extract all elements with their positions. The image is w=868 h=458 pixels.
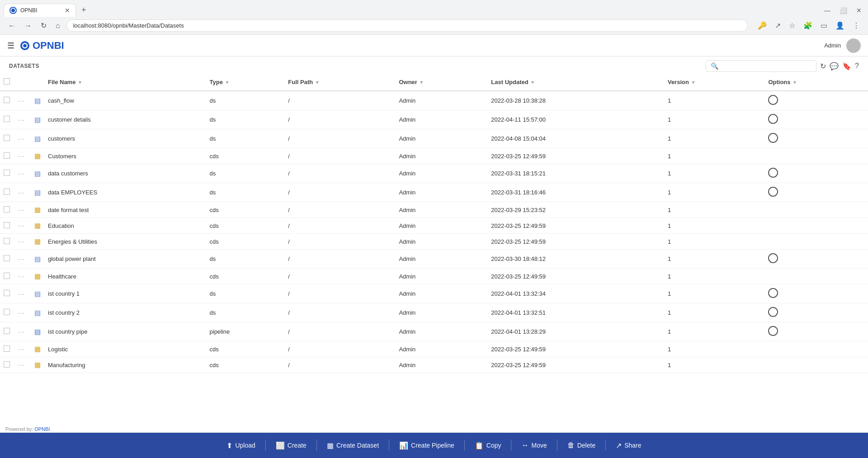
refresh-icon[interactable]: ↻ <box>820 62 826 71</box>
row-checkbox[interactable] <box>4 309 10 315</box>
row-dots-menu[interactable]: ··· <box>18 189 25 196</box>
row-dots-menu[interactable]: ··· <box>18 273 25 280</box>
row-dots-menu[interactable]: ··· <box>18 238 25 245</box>
row-options[interactable] <box>764 183 868 202</box>
row-dots-menu[interactable]: ··· <box>18 222 25 229</box>
share-button[interactable]: ↗ Share <box>609 439 647 453</box>
row-options[interactable] <box>764 91 868 110</box>
row-filename[interactable]: date format test <box>44 202 206 218</box>
row-checkbox[interactable] <box>4 255 10 261</box>
row-filename[interactable]: global power plant <box>44 250 206 269</box>
filter-icon-type[interactable]: ▼ <box>225 80 230 85</box>
options-circle-button[interactable] <box>768 133 778 143</box>
create-dataset-button[interactable]: ▦ Create Dataset <box>321 439 385 453</box>
row-options[interactable] <box>764 303 868 322</box>
row-options[interactable] <box>764 269 868 284</box>
row-dots-menu[interactable]: ··· <box>18 345 25 353</box>
options-circle-button[interactable] <box>768 288 778 298</box>
filter-icon-path[interactable]: ▼ <box>315 80 320 85</box>
row-filename[interactable]: customers <box>44 129 206 148</box>
reload-button[interactable]: ↻ <box>38 19 49 32</box>
menu-icon[interactable]: ⋮ <box>850 19 863 32</box>
row-filename[interactable]: ist country 1 <box>44 284 206 303</box>
footer-link[interactable]: OPNBI <box>34 426 50 432</box>
header-version[interactable]: Version ▼ <box>664 74 764 91</box>
row-options[interactable] <box>764 250 868 269</box>
row-options[interactable] <box>764 218 868 234</box>
star-icon[interactable]: ☆ <box>786 19 798 32</box>
home-button[interactable]: ⌂ <box>53 20 63 32</box>
row-checkbox[interactable] <box>4 206 10 212</box>
row-dots-menu[interactable]: ··· <box>18 135 25 142</box>
row-dots-menu[interactable]: ··· <box>18 206 25 213</box>
header-type[interactable]: Type ▼ <box>206 74 285 91</box>
row-options[interactable] <box>764 164 868 183</box>
row-filename[interactable]: Energies & Utilities <box>44 234 206 250</box>
header-select-all[interactable] <box>0 74 14 91</box>
row-options[interactable] <box>764 234 868 250</box>
back-button[interactable]: ← <box>5 20 18 32</box>
filter-icon-filename[interactable]: ▼ <box>77 80 82 85</box>
share-icon[interactable]: ↗ <box>772 19 783 32</box>
row-options[interactable] <box>764 148 868 164</box>
url-box[interactable]: localhost:8080/opnbi/MasterData/Datasets <box>66 19 748 32</box>
key-icon[interactable]: 🔑 <box>755 19 769 32</box>
row-filename[interactable]: ist country pipe <box>44 322 206 341</box>
options-circle-button[interactable] <box>768 168 778 178</box>
row-options[interactable] <box>764 341 868 357</box>
row-filename[interactable]: Customers <box>44 148 206 164</box>
options-circle-button[interactable] <box>768 95 778 105</box>
maximize-button[interactable]: ⬜ <box>837 6 850 15</box>
row-filename[interactable]: data EMPLOYEES <box>44 183 206 202</box>
filter-icon-owner[interactable]: ▼ <box>419 80 424 85</box>
bookmark-icon[interactable]: 🔖 <box>842 62 851 71</box>
options-circle-button[interactable] <box>768 253 778 263</box>
row-options[interactable] <box>764 202 868 218</box>
new-tab-button[interactable]: + <box>78 4 90 17</box>
row-checkbox[interactable] <box>4 361 10 368</box>
comment-icon[interactable]: 💬 <box>830 62 839 71</box>
row-options[interactable] <box>764 284 868 303</box>
close-window-button[interactable]: ✕ <box>854 6 864 15</box>
header-options[interactable]: Options ▼ <box>764 74 868 91</box>
row-checkbox[interactable] <box>4 290 10 296</box>
row-filename[interactable]: Healthcare <box>44 269 206 284</box>
row-options[interactable] <box>764 322 868 341</box>
row-filename[interactable]: customer details <box>44 110 206 129</box>
sidebar-icon[interactable]: ▭ <box>818 19 830 32</box>
search-input[interactable] <box>721 63 811 70</box>
options-circle-button[interactable] <box>768 114 778 124</box>
profile-icon[interactable]: 👤 <box>833 19 847 32</box>
row-dots-menu[interactable]: ··· <box>18 97 25 104</box>
create-button[interactable]: ⬜ Create <box>269 439 313 453</box>
row-checkbox[interactable] <box>4 222 10 228</box>
row-filename[interactable]: cash_flow <box>44 91 206 110</box>
filter-icon-options[interactable]: ▼ <box>793 80 797 85</box>
minimize-button[interactable]: — <box>821 6 833 15</box>
help-icon[interactable]: ? <box>855 62 859 70</box>
header-owner[interactable]: Owner ▼ <box>395 74 487 91</box>
row-checkbox[interactable] <box>4 189 10 195</box>
row-filename[interactable]: ist country 2 <box>44 303 206 322</box>
row-checkbox[interactable] <box>4 238 10 244</box>
row-options[interactable] <box>764 129 868 148</box>
options-circle-button[interactable] <box>768 187 778 197</box>
filter-icon-updated[interactable]: ▼ <box>530 80 535 85</box>
avatar[interactable] <box>846 38 861 53</box>
row-filename[interactable]: data customers <box>44 164 206 183</box>
header-full-path[interactable]: Full Path ▼ <box>284 74 395 91</box>
move-button[interactable]: ↔ Move <box>515 439 553 452</box>
active-tab[interactable]: OPNBI ✕ <box>4 4 76 17</box>
search-box[interactable]: 🔍 <box>706 60 816 72</box>
options-circle-button[interactable] <box>768 326 778 336</box>
row-checkbox[interactable] <box>4 273 10 279</box>
select-all-checkbox[interactable] <box>4 78 10 85</box>
header-file-name[interactable]: File Name ▼ <box>44 74 206 91</box>
row-dots-menu[interactable]: ··· <box>18 309 25 316</box>
options-circle-button[interactable] <box>768 307 778 317</box>
row-options[interactable] <box>764 110 868 129</box>
copy-button[interactable]: 📋 Copy <box>468 439 508 453</box>
row-filename[interactable]: Education <box>44 218 206 234</box>
forward-button[interactable]: → <box>22 20 34 32</box>
row-options[interactable] <box>764 357 868 373</box>
